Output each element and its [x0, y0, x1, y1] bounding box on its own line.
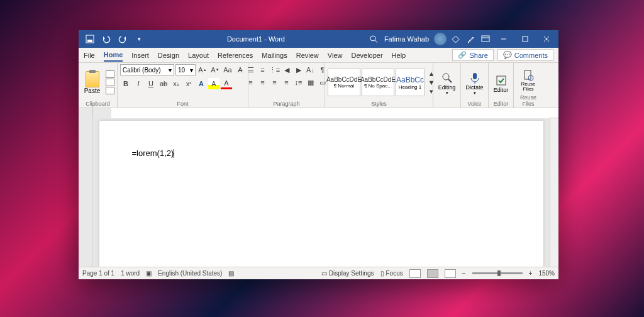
read-mode-icon[interactable]	[409, 269, 421, 278]
diamond-icon[interactable]	[449, 33, 462, 45]
document-page[interactable]: =lorem(1,2)	[99, 121, 543, 267]
language-indicator[interactable]: English (United States)	[158, 270, 222, 277]
bullets-icon[interactable]: ☰	[245, 64, 257, 75]
accessibility-icon[interactable]: ▤	[228, 270, 234, 277]
svg-rect-4	[482, 36, 489, 42]
svg-point-2	[370, 36, 375, 41]
decrease-indent-icon[interactable]: ◀	[281, 64, 292, 75]
tab-home[interactable]: Home	[104, 49, 123, 62]
font-color-icon[interactable]: A	[221, 78, 232, 89]
sort-icon[interactable]: A↓	[305, 64, 316, 75]
document-area: =lorem(1,2)	[79, 118, 558, 267]
close-button[interactable]	[537, 30, 556, 48]
page-indicator[interactable]: Page 1 of 1	[82, 270, 114, 277]
tab-references[interactable]: References	[218, 50, 253, 61]
ribbon-mode-icon[interactable]	[479, 33, 492, 45]
format-painter-icon[interactable]	[106, 87, 114, 94]
line-spacing-icon[interactable]: ↕≡	[293, 77, 304, 88]
strikethrough-button[interactable]: ab	[158, 78, 169, 89]
superscript-button[interactable]: x²	[183, 78, 194, 89]
voice-group-label: Voice	[464, 101, 486, 108]
style-normal[interactable]: AaBbCcDdE¶ Normal	[328, 69, 360, 96]
styles-group-label: Styles	[328, 101, 430, 108]
clipboard-icon	[86, 71, 99, 87]
word-count[interactable]: 1 word	[121, 270, 140, 277]
cut-icon[interactable]	[106, 70, 114, 78]
paragraph-group-label: Paragraph	[251, 101, 322, 108]
focus-mode[interactable]: ▯ Focus	[380, 270, 403, 277]
redo-icon[interactable]	[116, 33, 129, 45]
brush-icon[interactable]	[464, 33, 477, 45]
numbering-icon[interactable]: ≡	[257, 64, 269, 75]
zoom-in-icon[interactable]: +	[529, 270, 533, 277]
qat-more-icon[interactable]: ▾	[133, 33, 145, 45]
align-center-icon[interactable]: ≡	[257, 77, 269, 88]
undo-icon[interactable]	[100, 33, 113, 45]
underline-button[interactable]: U	[145, 78, 157, 89]
dictate-button[interactable]: Dictate ▾	[464, 69, 486, 96]
text-effects-icon[interactable]: A	[196, 78, 207, 89]
paste-label: Paste	[84, 87, 101, 94]
user-name: Fatima Wahab	[384, 35, 429, 43]
italic-button[interactable]: I	[133, 78, 144, 89]
display-settings[interactable]: ▭ Display Settings	[321, 270, 374, 277]
status-bar: Page 1 of 1 1 word ▣ English (United Sta…	[79, 267, 558, 279]
vertical-scrollbar[interactable]	[550, 118, 558, 267]
align-right-icon[interactable]: ≡	[269, 77, 280, 88]
reuse-group-label: Reuse Files	[516, 94, 540, 108]
window-title: Document1 - Word	[145, 35, 367, 43]
comments-button[interactable]: 💬Comments	[497, 49, 553, 61]
copy-icon[interactable]	[106, 79, 114, 86]
tab-help[interactable]: Help	[392, 50, 406, 61]
subscript-button[interactable]: x₂	[170, 78, 182, 89]
tab-design[interactable]: Design	[158, 50, 179, 61]
avatar[interactable]	[434, 33, 447, 45]
editor-button[interactable]: Editor	[491, 72, 511, 93]
grow-font-icon[interactable]: A▲	[197, 64, 208, 75]
paste-button[interactable]: Paste	[81, 71, 103, 94]
tab-file[interactable]: File	[84, 50, 95, 61]
web-layout-icon[interactable]	[445, 269, 456, 278]
autosave-icon[interactable]	[84, 33, 96, 45]
font-group-label: Font	[120, 101, 245, 108]
zoom-out-icon[interactable]: −	[462, 270, 466, 277]
align-left-icon[interactable]: ≡	[245, 77, 257, 88]
zoom-level[interactable]: 150%	[538, 270, 555, 277]
tab-layout[interactable]: Layout	[188, 50, 209, 61]
minimize-button[interactable]	[494, 30, 513, 48]
bold-button[interactable]: B	[120, 78, 131, 89]
font-name-value: Calibri (Body)	[123, 67, 161, 74]
spell-check-icon[interactable]: ▣	[146, 270, 152, 277]
mic-icon	[469, 72, 481, 84]
editing-button[interactable]: Editing ▾	[436, 69, 458, 96]
shrink-font-icon[interactable]: A▼	[209, 64, 221, 75]
svg-rect-15	[525, 70, 531, 79]
print-layout-icon[interactable]	[427, 269, 438, 278]
style-nospacing[interactable]: AaBbCcDdE¶ No Spac...	[362, 69, 394, 96]
font-size-select[interactable]: 10▾	[175, 64, 196, 75]
vertical-ruler[interactable]	[79, 118, 92, 267]
tab-mailings[interactable]: Mailings	[262, 50, 287, 61]
highlight-icon[interactable]: A	[208, 78, 219, 89]
change-case-icon[interactable]: Aa	[222, 64, 233, 75]
maximize-button[interactable]	[516, 30, 535, 48]
search-icon[interactable]	[367, 33, 382, 45]
clear-formatting-icon[interactable]: A	[235, 64, 246, 75]
shading-icon[interactable]: ▦	[305, 77, 316, 88]
tab-review[interactable]: Review	[296, 50, 319, 61]
multilevel-icon[interactable]: ⋮≡	[269, 64, 280, 75]
font-name-select[interactable]: Calibri (Body)▾	[120, 64, 174, 75]
style-heading1[interactable]: AaBbCcHeading 1	[396, 69, 425, 96]
zoom-slider[interactable]	[472, 272, 523, 274]
horizontal-ruler[interactable]	[79, 108, 558, 118]
share-button[interactable]: 🔗Share	[452, 49, 493, 61]
increase-indent-icon[interactable]: ▶	[293, 64, 304, 75]
reuse-files-button[interactable]: Reuse Files	[516, 67, 540, 92]
editor-icon	[495, 74, 508, 87]
justify-icon[interactable]: ≡	[281, 77, 292, 88]
tab-insert[interactable]: Insert	[131, 50, 149, 61]
tab-developer[interactable]: Developer	[351, 50, 382, 61]
document-text: =lorem(1,2)	[132, 148, 174, 158]
tab-view[interactable]: View	[328, 50, 343, 61]
dictate-label: Dictate	[465, 84, 483, 91]
